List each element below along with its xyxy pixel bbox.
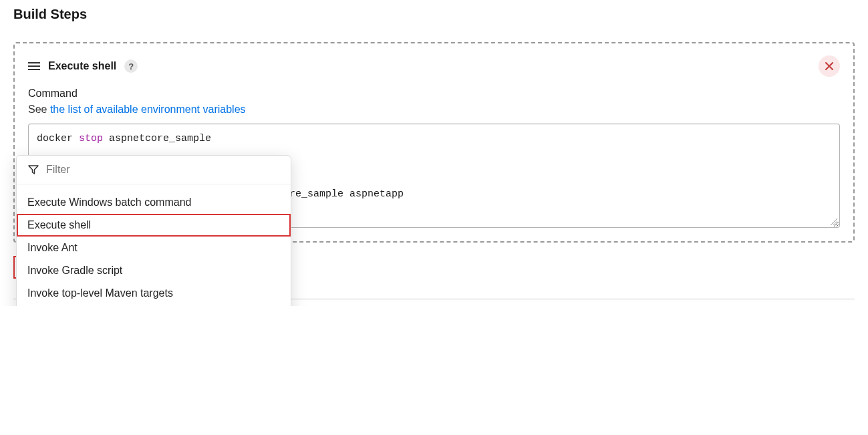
menu-item[interactable]: Invoke Gradle script [17,259,291,282]
close-button[interactable] [819,55,840,77]
menu-item[interactable]: Run with timeout [17,305,291,306]
menu-item[interactable]: Invoke Ant [17,237,291,259]
code-line: docker stop aspnetcore_sample [37,130,831,148]
menu-item[interactable]: Execute shell [17,214,291,237]
menu-item[interactable]: Invoke top-level Maven targets [17,282,291,305]
command-label: Command [28,88,840,100]
menu-item[interactable]: Execute Windows batch command [17,191,291,214]
filter-row [17,156,291,184]
build-step-dropdown: Execute Windows batch commandExecute she… [16,155,291,306]
section-title: Build Steps [13,7,855,22]
close-icon [825,61,834,71]
resize-handle-icon[interactable] [830,218,838,226]
command-hint: See the list of available environment va… [28,104,840,116]
filter-icon [27,164,39,176]
build-step-title: Execute shell [48,60,116,72]
build-step-header: Execute shell ? [15,43,853,84]
env-vars-link[interactable]: the list of available environment variab… [50,104,246,115]
help-icon[interactable]: ? [124,59,138,73]
menu-list: Execute Windows batch commandExecute she… [17,184,291,306]
drag-handle-icon[interactable] [28,62,40,70]
filter-input[interactable] [46,164,280,176]
